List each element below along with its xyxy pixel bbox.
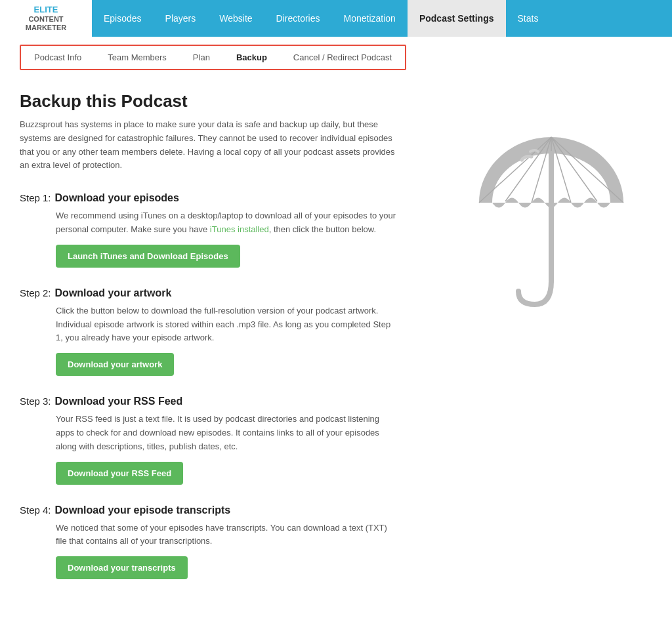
step-3-title: Download your RSS Feed xyxy=(55,396,183,407)
download-transcripts-button[interactable]: Download your transcripts xyxy=(56,556,188,579)
step-4-desc: We noticed that some of your episodes ha… xyxy=(56,521,397,549)
step-1-desc: We recommend using iTunes on a desktop/l… xyxy=(56,209,397,237)
nav-directories[interactable]: Directories xyxy=(264,0,332,37)
step-1: Step 1: Download your episodes We recomm… xyxy=(20,192,453,268)
sub-nav: Podcast Info Team Members Plan Backup Ca… xyxy=(20,45,406,70)
subnav-backup[interactable]: Backup xyxy=(223,46,280,69)
header: ELITE CONTENT MARKETER Episodes Players … xyxy=(0,0,672,37)
step-2: Step 2: Download your artwork Click the … xyxy=(20,287,453,376)
nav-podcast-settings[interactable]: Podcast Settings xyxy=(408,0,506,37)
itunes-link[interactable]: iTunes installed xyxy=(210,224,269,234)
intro-paragraph: Buzzsprout has systems in place to make … xyxy=(20,118,400,173)
step-1-body: We recommend using iTunes on a desktop/l… xyxy=(20,209,453,268)
subnav-team-members[interactable]: Team Members xyxy=(94,46,180,69)
logo-content: CONTENT xyxy=(28,15,63,23)
logo: ELITE CONTENT MARKETER xyxy=(0,0,92,37)
main-nav: Episodes Players Website Directories Mon… xyxy=(92,0,550,37)
main-layout: Backup this Podcast Buzzsprout has syste… xyxy=(0,78,672,612)
step-3: Step 3: Download your RSS Feed Your RSS … xyxy=(20,396,453,484)
subnav-cancel-redirect[interactable]: Cancel / Redirect Podcast xyxy=(280,46,405,69)
sidebar xyxy=(453,91,650,599)
step-1-number: Step 1: xyxy=(20,192,51,203)
nav-players[interactable]: Players xyxy=(154,0,208,37)
step-1-title: Download your episodes xyxy=(55,192,179,204)
nav-episodes[interactable]: Episodes xyxy=(92,0,154,37)
step-3-header: Step 3: Download your RSS Feed xyxy=(20,396,453,407)
step-3-desc: Your RSS feed is just a text file. It is… xyxy=(56,413,397,453)
step-1-header: Step 1: Download your episodes xyxy=(20,192,453,204)
subnav-podcast-info[interactable]: Podcast Info xyxy=(21,46,94,69)
step-3-body: Your RSS feed is just a text file. It is… xyxy=(20,413,453,484)
step-2-body: Click the button below to download the f… xyxy=(20,304,453,376)
step-4-body: We noticed that some of your episodes ha… xyxy=(20,521,453,580)
step-4-number: Step 4: xyxy=(20,504,51,516)
launch-itunes-button[interactable]: Launch iTunes and Download Episodes xyxy=(56,245,240,268)
step-4-header: Step 4: Download your episode transcript… xyxy=(20,504,453,516)
step-4: Step 4: Download your episode transcript… xyxy=(20,504,453,580)
download-artwork-button[interactable]: Download your artwork xyxy=(56,353,174,376)
step-2-number: Step 2: xyxy=(20,287,51,298)
download-rss-button[interactable]: Download your RSS Feed xyxy=(56,462,183,485)
step-2-title: Download your artwork xyxy=(55,287,172,299)
page-title: Backup this Podcast xyxy=(20,91,453,112)
logo-elite: ELITE xyxy=(34,5,58,14)
umbrella-icon xyxy=(472,111,630,323)
sub-nav-wrapper: Podcast Info Team Members Plan Backup Ca… xyxy=(0,37,672,78)
logo-marketer: MARKETER xyxy=(26,24,66,31)
step-2-header: Step 2: Download your artwork xyxy=(20,287,453,299)
content-area: Backup this Podcast Buzzsprout has syste… xyxy=(20,91,453,599)
step-2-desc: Click the button below to download the f… xyxy=(56,304,397,345)
subnav-plan[interactable]: Plan xyxy=(180,46,223,69)
nav-website[interactable]: Website xyxy=(207,0,264,37)
step-4-title: Download your episode transcripts xyxy=(55,504,231,516)
nav-monetization[interactable]: Monetization xyxy=(332,0,408,37)
step-3-number: Step 3: xyxy=(20,396,51,407)
nav-stats[interactable]: Stats xyxy=(506,0,551,37)
